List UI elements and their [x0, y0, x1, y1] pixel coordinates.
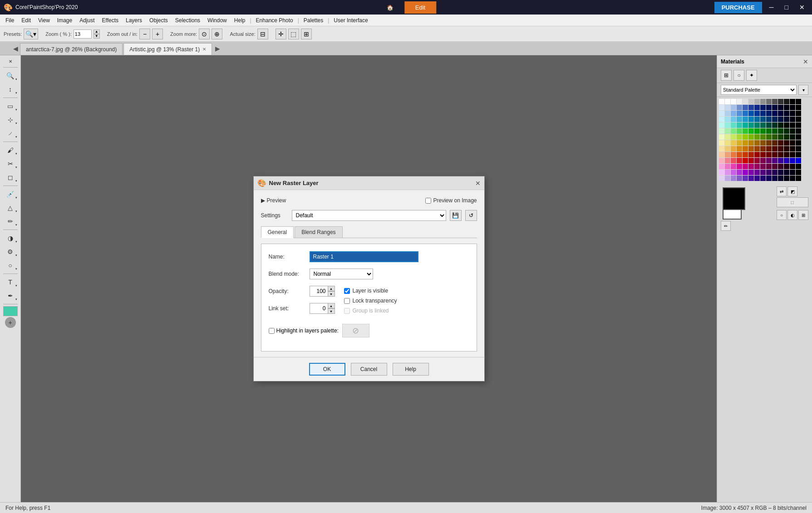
color-cell[interactable]	[772, 122, 778, 128]
color-cell[interactable]	[743, 99, 748, 104]
settings-select[interactable]: Default	[292, 210, 446, 221]
color-cell[interactable]	[719, 152, 724, 157]
color-cell[interactable]	[772, 164, 778, 169]
color-cell[interactable]	[719, 164, 724, 169]
color-cell[interactable]	[772, 158, 778, 163]
color-cell[interactable]	[760, 164, 766, 169]
menu-selections[interactable]: Selections	[172, 16, 204, 25]
color-cell[interactable]	[748, 164, 754, 169]
color-cell[interactable]	[784, 164, 789, 169]
mat-pencil-button[interactable]: ✏	[721, 221, 731, 231]
color-cell[interactable]	[754, 176, 760, 181]
color-cell[interactable]	[766, 140, 772, 146]
nav-edit-button[interactable]: Edit	[404, 1, 436, 14]
menu-adjust[interactable]: Adjust	[76, 16, 98, 25]
color-cell[interactable]	[743, 176, 748, 181]
color-cell[interactable]	[790, 140, 795, 146]
color-cell[interactable]	[772, 134, 778, 140]
opacity-down-button[interactable]: ▼	[328, 291, 335, 297]
color-cell[interactable]	[772, 140, 778, 146]
color-cell[interactable]	[760, 158, 766, 163]
color-cell[interactable]	[748, 117, 754, 122]
color-cell[interactable]	[725, 117, 730, 122]
color-cell[interactable]	[737, 170, 742, 175]
ok-button[interactable]: OK	[309, 363, 345, 376]
menu-window[interactable]: Window	[204, 16, 231, 25]
color-cell[interactable]	[731, 111, 736, 116]
menu-objects[interactable]: Objects	[146, 16, 172, 25]
color-cell[interactable]	[778, 122, 783, 128]
color-cell[interactable]	[743, 170, 748, 175]
color-cell[interactable]	[778, 128, 783, 134]
color-cell[interactable]	[790, 117, 795, 122]
color-cell[interactable]	[748, 128, 754, 134]
color-cell[interactable]	[760, 99, 766, 104]
color-cell[interactable]	[796, 117, 801, 122]
color-cell[interactable]	[731, 146, 736, 151]
color-cell[interactable]	[796, 140, 801, 146]
color-cell[interactable]	[719, 170, 724, 175]
color-cell[interactable]	[796, 176, 801, 181]
color-cell[interactable]	[731, 122, 736, 128]
color-cell[interactable]	[719, 140, 724, 146]
color-cell[interactable]	[766, 117, 772, 122]
color-cell[interactable]	[784, 152, 789, 157]
color-cell[interactable]	[743, 146, 748, 151]
color-cell[interactable]	[778, 134, 783, 140]
menu-help[interactable]: Help	[231, 16, 249, 25]
color-cell[interactable]	[766, 134, 772, 140]
color-cell[interactable]	[796, 164, 801, 169]
color-cell[interactable]	[743, 128, 748, 134]
color-cell[interactable]	[772, 146, 778, 151]
color-cell[interactable]	[766, 152, 772, 157]
color-cell[interactable]	[790, 134, 795, 140]
color-cell[interactable]	[731, 128, 736, 134]
mat-action-2[interactable]: ◐	[787, 210, 797, 220]
highlight-checkbox[interactable]	[269, 328, 275, 334]
tool-close[interactable]: ✕	[4, 57, 17, 65]
color-cell[interactable]	[748, 152, 754, 157]
color-cell[interactable]	[725, 105, 730, 110]
color-cell[interactable]	[719, 122, 724, 128]
tab-blend-ranges[interactable]: Blend Ranges	[295, 226, 342, 238]
menu-image[interactable]: Image	[54, 16, 76, 25]
color-cell[interactable]	[772, 170, 778, 175]
color-cell[interactable]	[743, 122, 748, 128]
color-cell[interactable]	[784, 105, 789, 110]
color-cell[interactable]	[784, 122, 789, 128]
fit-all-button[interactable]: ⊕	[212, 29, 222, 39]
color-cell[interactable]	[737, 152, 742, 157]
color-cell[interactable]	[778, 152, 783, 157]
settings-reset-button[interactable]: ↺	[465, 210, 477, 221]
color-cell[interactable]	[790, 176, 795, 181]
color-cell[interactable]	[766, 164, 772, 169]
tool-zoom[interactable]: 🔍	[2, 69, 19, 82]
color-cell[interactable]	[760, 111, 766, 116]
color-cell[interactable]	[790, 128, 795, 134]
link-set-down-button[interactable]: ▼	[328, 308, 335, 314]
color-cell[interactable]	[754, 152, 760, 157]
color-cell[interactable]	[743, 158, 748, 163]
color-cell[interactable]	[731, 99, 736, 104]
color-cell[interactable]	[796, 134, 801, 140]
maximize-button[interactable]: □	[781, 3, 792, 12]
color-cell[interactable]	[790, 158, 795, 163]
menu-enhance-photo-label[interactable]: Enhance Photo	[252, 16, 297, 25]
tool-dodge[interactable]: ○	[2, 259, 19, 272]
center-button[interactable]: ✛	[276, 29, 286, 39]
color-cell[interactable]	[766, 111, 772, 116]
color-cell[interactable]	[784, 128, 789, 134]
color-cell[interactable]	[772, 152, 778, 157]
mat-icon-2[interactable]: ○	[733, 70, 744, 81]
color-cell[interactable]	[731, 140, 736, 146]
color-cell[interactable]	[778, 105, 783, 110]
color-cell[interactable]	[796, 158, 801, 163]
zoom-input[interactable]	[74, 29, 92, 39]
color-cell[interactable]	[772, 128, 778, 134]
link-set-input[interactable]	[310, 303, 328, 314]
nav-home-button[interactable]: 🏠	[376, 1, 404, 14]
color-cell[interactable]	[737, 134, 742, 140]
color-cell[interactable]	[737, 99, 742, 104]
zoom-down-button[interactable]: ▼	[94, 34, 100, 39]
color-cell[interactable]	[748, 122, 754, 128]
